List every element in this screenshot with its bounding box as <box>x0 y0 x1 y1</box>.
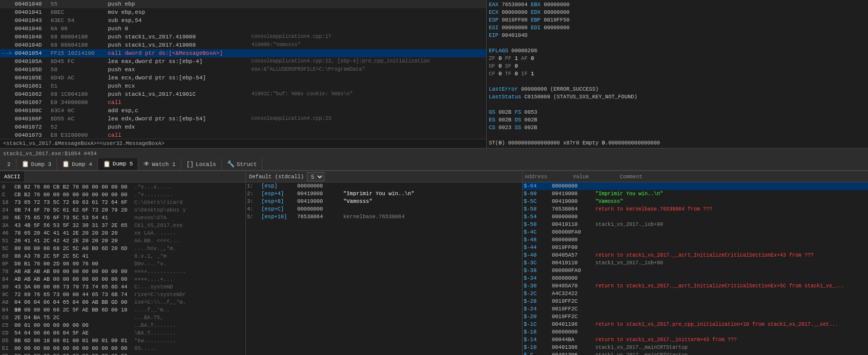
call-stack-dropdown[interactable]: 5 <box>307 172 324 181</box>
hex-row-ascii: 8.v.1, _*m <box>134 253 167 260</box>
row-addr: 0040106C <box>13 107 49 115</box>
stack-row-val: 00401196 <box>552 321 595 328</box>
disasm-row[interactable]: 00401062 68 1C904100 push stack1_vs_2017… <box>0 90 486 98</box>
stack-row[interactable]: $-34 00000000 <box>523 275 868 282</box>
disasm-row[interactable]: 00401072 52 push edx <box>0 123 486 131</box>
disasm-row[interactable]: 0040105D 50 push eax eax:&"ALLUSERSPROFI… <box>0 66 486 74</box>
disasm-row[interactable]: 00401048 68 00904100 push stack1_vs_2017… <box>0 33 486 41</box>
stack-row-addr: $-34 <box>524 275 552 282</box>
tab-item-dump-3[interactable]: 📋Dump 3 <box>16 158 57 170</box>
disasm-row[interactable]: 00401061 51 push ecx <box>0 82 486 90</box>
tab-item-2[interactable]: 2 <box>0 158 16 170</box>
row-addr: 0040105D <box>13 66 49 74</box>
stack-row[interactable]: $-30 00405A70 return to stack1_vs_2017._… <box>523 282 868 290</box>
stack-row-addr: $-C <box>524 351 552 355</box>
stack-rows: $-64 00000000 $-60 00419008 "Imprimir Yo… <box>523 182 868 355</box>
stack-table[interactable]: $-64 00000000 $-60 00419008 "Imprimir Yo… <box>523 182 868 355</box>
stack-row[interactable]: $-C 00401306 stack1_vs_2017._mainCRTStar… <box>523 351 868 355</box>
disasm-row[interactable]: 0040105E 8D4D AC lea ecx,dword ptr ss:[e… <box>0 74 486 82</box>
call-stack-row[interactable]: 2: [esp+4] 00419008 "Imprimir You win..\… <box>246 190 522 198</box>
disasm-row[interactable]: 0040106F 8D55 AC lea edx,dword ptr ss:[e… <box>0 115 486 123</box>
hex-tab-ascii[interactable]: ASCII <box>0 171 25 182</box>
row-addr: 00401072 <box>13 123 49 131</box>
stack-row[interactable]: $-60 00419008 "Imprimir You win..\n" <box>523 190 868 198</box>
tab-item-watch-1[interactable]: 👁Watch 1 <box>138 158 181 170</box>
disasm-row[interactable]: 00401041 8BEC mov ebp,esp <box>0 8 486 16</box>
disasm-row[interactable]: 00401046 6A 00 push 0 <box>0 25 486 33</box>
stack-row-val: 00000000 <box>552 213 595 221</box>
hex-row-addr: 3A <box>2 222 12 229</box>
disasm-panel: 00401040 55 push ebp 00401041 8BEC mov e… <box>0 0 487 148</box>
tab-item-dump-5[interactable]: 📋Dump 5 <box>98 158 139 170</box>
stack-row[interactable]: $-40 00405A57 return to stack1_vs_2017._… <box>523 252 868 259</box>
stack-row[interactable]: $-58 76538064 return to kernelbase.76538… <box>523 205 868 213</box>
hex-row: 6F D0 B1 76 00 2D 98 99 76 00 D0v.-..*v. <box>2 260 186 268</box>
row-comment <box>250 25 486 33</box>
stack-row-addr: $-40 <box>524 252 552 259</box>
disasm-row[interactable]: 0040105A 8D45 FC lea eax,dword ptr ss:[e… <box>0 57 486 66</box>
register-line: ESI 00000000 EDI 00000000 <box>489 24 866 32</box>
stack-row-addr: $-5C <box>524 198 552 205</box>
tab-item-locals[interactable]: []Locals <box>181 158 222 170</box>
stack-row[interactable]: $-3C 00419110 stack1_vs_2017._iob+90 <box>523 259 868 267</box>
row-arrow <box>0 25 13 33</box>
stack-row-val: 00000000 <box>552 236 595 244</box>
stack-row[interactable]: $-38 000000FA0 <box>523 267 868 275</box>
register-line <box>489 39 866 47</box>
hex-row-bytes: 00 00 00 00 00 00 00 00 00 00 00 00 <box>14 352 132 355</box>
hex-row-addr: C5 <box>2 322 12 329</box>
disasm-row[interactable]: --> 00401054 FF15 10214100 call dword pt… <box>0 49 486 57</box>
row-comment <box>250 82 486 90</box>
stack-row-comment <box>595 244 867 252</box>
stack-row-val: 0019FF00 <box>552 244 595 252</box>
stack-row[interactable]: $-50 00419110 stack1_vs_2017._iob+90 <box>523 221 868 228</box>
hex-row-addr: 5C <box>2 245 12 253</box>
stack-row-val: 00044BA <box>552 336 595 344</box>
call-comment: "Imprimir You win..\n" <box>343 190 521 198</box>
row-instr: lea ecx,dword ptr ss:[ebp-54] <box>106 74 250 82</box>
hex-content[interactable]: 0 CB B2 76 00 CB B2 76 00 00 00 00 00 .*… <box>0 182 245 355</box>
disasm-scroll[interactable]: 00401040 55 push ebp 00401041 8BEC mov e… <box>0 0 486 139</box>
call-stack-row[interactable]: 5: [esp+10] 76538064 kernelbase.76538064 <box>246 213 522 221</box>
stack-row[interactable]: $-48 00000000 <box>523 236 868 244</box>
row-comment: 419000:"Vamosss" <box>250 41 486 49</box>
call-stack-table[interactable]: 1: [esp] 00000000 2: [esp+4] 00419008 "I… <box>246 182 522 355</box>
disasm-row[interactable]: 00401043 83EC 54 sub esp,54 <box>0 16 486 25</box>
stack-row[interactable]: $-2C A4C32422 <box>523 290 868 298</box>
stack-row[interactable]: $-44 0019FF00 <box>523 244 868 252</box>
hex-row-bytes: 00 00 00 00 68 2C 5C A0 B0 6D 20 6D <box>14 245 132 253</box>
disasm-row[interactable]: 00401073 E8 E3280000 call <box>0 131 486 139</box>
call-val: 00000000 <box>297 205 343 213</box>
stack-row[interactable]: $-10 00401306 stack1_vs_2017._mainCRTSta… <box>523 344 868 351</box>
stack-row[interactable]: $-28 0019FF2C <box>523 298 868 305</box>
stack-row-addr: $-14 <box>524 336 552 344</box>
tab-item-struct[interactable]: 🔧Struct <box>222 158 263 170</box>
hex-row: 9C 72 69 76 65 73 00 00 44 65 73 6B 74 r… <box>2 291 186 299</box>
row-comment <box>250 98 486 107</box>
disasm-row[interactable]: 00401040 55 push ebp <box>0 0 486 8</box>
call-stack-row[interactable]: 4: [esp+C] 00000000 <box>246 205 522 213</box>
call-val: 00000000 <box>297 182 343 190</box>
stack-row[interactable]: $-54 00000000 <box>523 213 868 221</box>
stack-row[interactable]: $-14 00044BA return to stack1_vs_2017._i… <box>523 336 868 344</box>
call-stack-row[interactable]: 3: [esp+8] 00419000 "Vamosss" <box>246 198 522 205</box>
stack-row[interactable]: $-18 00000000 <box>523 328 868 336</box>
row-bytes: 83EC 54 <box>49 16 107 25</box>
hex-row-ascii: «««»............ <box>134 268 186 276</box>
stack-row[interactable]: $-20 0019FF2C <box>523 313 868 321</box>
call-stack-row[interactable]: 1: [esp] 00000000 <box>246 182 522 190</box>
stack-row[interactable]: $-1C 00401196 return to stack1_vs_2017.p… <box>523 321 868 328</box>
stack-row[interactable]: $-24 0019FF2C <box>523 305 868 313</box>
stack-row[interactable]: $-5C 00419000 "Vamosss" <box>523 198 868 205</box>
stack-row-val: 00401306 <box>552 344 595 351</box>
stack-row[interactable]: $-64 00000000 <box>523 182 868 190</box>
disasm-row[interactable]: 0040104D 68 08904100 push stack1_vs_2017… <box>0 41 486 49</box>
stack-row-comment: return to kernelbase.76538064 from ??? <box>595 205 867 213</box>
disasm-row[interactable]: 00401067 E8 34000000 call <box>0 98 486 107</box>
hex-row-bytes: 88 A3 78 2C 5F 2C 5C 41 <box>14 253 132 260</box>
row-instr: push ebp <box>106 0 250 8</box>
disasm-row[interactable]: 0040106C 83C4 0C add esp,c <box>0 107 486 115</box>
stack-row[interactable]: $-4C 000000FA0 <box>523 228 868 236</box>
tab-item-dump-4[interactable]: 📋Dump 4 <box>57 158 98 170</box>
call-stack-header: Default (stdcall) 5 <box>246 171 522 182</box>
